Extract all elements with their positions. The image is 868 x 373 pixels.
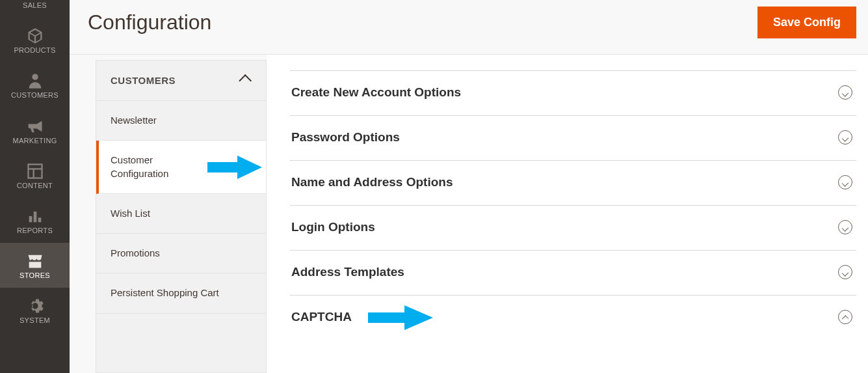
page-header: Configuration Save Config [70,0,868,55]
tab-label: Customer Configuration [111,154,195,180]
storefront-icon [26,252,44,268]
svg-rect-1 [28,164,42,178]
page-title: Configuration [88,10,211,35]
nav-label: CONTENT [3,182,67,190]
save-config-button[interactable]: Save Config [757,7,856,38]
nav-sales[interactable]: SALES [0,0,70,18]
arrow-annotation-icon [368,304,433,331]
config-panel: Create New Account Options Password Opti… [267,55,868,373]
section-title: Password Options [291,130,400,145]
section-password-options[interactable]: Password Options [290,115,856,160]
admin-sidebar: SALES PRODUCTS CUSTOMERS MARKETING CONTE… [0,0,70,373]
tab-persistent-shopping-cart[interactable]: Persistent Shopping Cart [96,273,266,313]
section-captcha[interactable]: CAPTCHA [290,295,856,340]
chevron-up-icon [239,74,252,87]
tab-newsletter[interactable]: Newsletter [96,101,266,141]
svg-marker-7 [207,156,262,179]
tab-customer-configuration[interactable]: Customer Configuration [96,141,266,194]
svg-rect-5 [33,212,36,222]
svg-rect-6 [38,217,41,222]
section-title: CAPTCHA [291,310,352,324]
svg-rect-4 [29,216,32,222]
nav-label: PRODUCTS [3,46,67,55]
gear-icon [26,297,44,312]
expand-toggle-icon [838,85,852,100]
section-create-new-account[interactable]: Create New Account Options [290,70,856,115]
config-section-customers[interactable]: CUSTOMERS [96,61,266,101]
tab-label: Newsletter [111,115,157,126]
section-name-address-options[interactable]: Name and Address Options [290,160,856,205]
section-login-options[interactable]: Login Options [290,205,856,250]
nav-label: STORES [3,271,67,280]
nav-label: SYSTEM [3,316,67,325]
nav-label: CUSTOMERS [3,91,67,100]
cube-icon [26,27,44,42]
person-icon [26,72,44,87]
tab-label: Persistent Shopping Cart [111,287,219,298]
nav-reports[interactable]: REPORTS [0,198,70,243]
config-section-title: CUSTOMERS [111,75,176,86]
section-address-templates[interactable]: Address Templates [290,250,856,295]
nav-customers[interactable]: CUSTOMERS [0,62,70,107]
nav-marketing[interactable]: MARKETING [0,108,70,153]
expand-toggle-icon [838,130,852,145]
section-title: Login Options [291,220,375,234]
section-title: Name and Address Options [291,175,453,189]
tab-label: Wish List [111,208,150,219]
main-region: Configuration Save Config CUSTOMERS News… [70,0,868,373]
arrow-annotation-icon [207,154,262,180]
layout-icon [26,162,44,178]
expand-toggle-icon [838,220,852,234]
nav-products[interactable]: PRODUCTS [0,18,70,62]
svg-point-0 [32,74,38,80]
megaphone-icon [26,117,44,133]
nav-stores[interactable]: STORES [0,243,70,288]
expand-toggle-icon [838,175,852,189]
nav-system[interactable]: SYSTEM [0,288,70,333]
section-title: Create New Account Options [291,85,461,100]
nav-content[interactable]: CONTENT [0,153,70,198]
nav-label: SALES [3,1,67,10]
bar-chart-icon [26,207,44,223]
tab-label: Promotions [111,247,160,258]
tab-wish-list[interactable]: Wish List [96,194,266,234]
section-title: Address Templates [291,265,404,279]
expand-toggle-icon [838,265,852,279]
config-tabs: CUSTOMERS Newsletter Customer Configurat… [96,60,267,373]
nav-label: MARKETING [3,137,67,145]
collapse-toggle-icon [838,310,852,324]
nav-label: REPORTS [3,227,67,235]
tab-promotions[interactable]: Promotions [96,234,266,273]
svg-marker-8 [368,305,433,330]
